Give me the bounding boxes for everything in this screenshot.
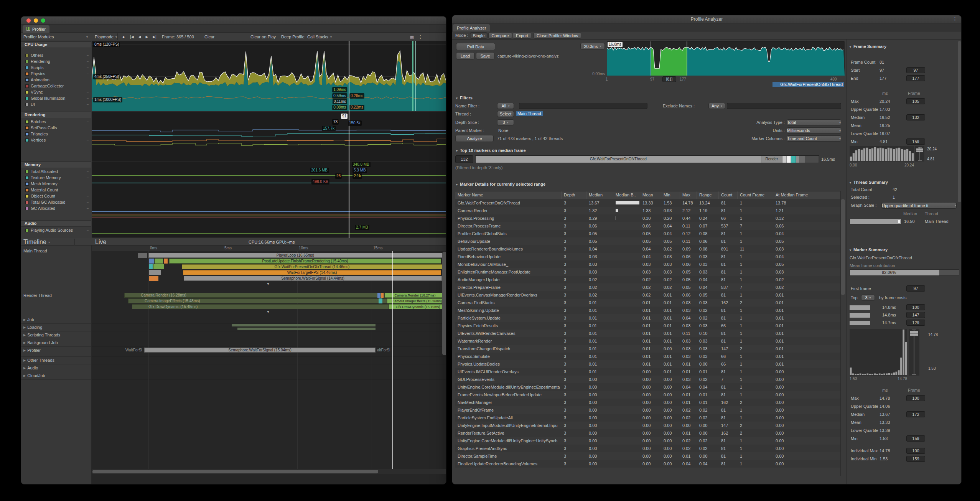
frame-summary-stat-frame-button[interactable]: 105	[906, 98, 925, 104]
timeline-segment[interactable]	[155, 259, 163, 264]
maximize-window-button[interactable]	[41, 18, 45, 23]
pull-data-button[interactable]: Pull Data	[456, 43, 495, 50]
module-item-playing-audio-sources[interactable]: Playing Audio Sources–	[21, 227, 91, 233]
table-row[interactable]: Director.SampleTime30.000.000.000.010.00…	[455, 452, 840, 460]
timeline-bar-postlateupdate-finishframerendering[interactable]: PostLateUpdate.FinishFrameRendering (15.…	[169, 259, 441, 264]
timeline-thread-audio[interactable]: ▶Audio	[23, 366, 38, 370]
module-item-others[interactable]: Others–	[21, 52, 91, 58]
timeline-thread-cloudjob[interactable]: ▶CloudJob	[23, 373, 45, 378]
marker-summary-stat-frame-button[interactable]: 172	[906, 411, 925, 417]
timeline-bar-camera-render[interactable]: Camera.Render (16.27ms)	[385, 293, 445, 298]
marker-summary-stat-frame-button[interactable]: 159	[906, 456, 925, 462]
table-row[interactable]: NavMeshManager30.000.000.000.010.0116220…	[455, 399, 840, 406]
module-header-rendering[interactable]: Rendering	[21, 112, 91, 118]
previous-frame-button[interactable]: ◀	[136, 33, 143, 40]
module-item-texture-memory[interactable]: Texture Memory–	[21, 175, 91, 181]
timeline-bar-thin[interactable]	[232, 324, 376, 326]
module-header-audio[interactable]: Audio	[21, 220, 91, 227]
column-header-count-frame[interactable]: Count Frame	[738, 191, 773, 199]
first-frame-button[interactable]: 97	[906, 285, 925, 292]
timeline-thread-render-thread[interactable]: Render Thread	[23, 293, 52, 298]
load-button[interactable]: Load	[456, 52, 474, 59]
module-item-scripts[interactable]: Scripts–	[21, 64, 91, 71]
table-row[interactable]: FixedBehaviourUpdate30.030.040.030.060.0…	[455, 253, 840, 260]
module-item-garbagecollector[interactable]: GarbageCollector–	[21, 83, 91, 89]
first-frame-button[interactable]: |◀	[128, 33, 136, 40]
top10-segment[interactable]	[791, 156, 796, 163]
timeline-thread-loading[interactable]: ▶Loading	[23, 325, 42, 330]
cpu-usage-chart[interactable]: 8ms (120FPS)4ms (250FPS)1ms (1000FPS)1.0…	[92, 41, 446, 112]
table-row[interactable]: UnityEngine.InputModule.dll!UnityEngineI…	[455, 422, 840, 429]
analyzer-titlebar[interactable]: Profile Analyzer ⋮	[452, 15, 961, 23]
name-filter-mode-dropdown[interactable]: All▾	[497, 103, 514, 109]
clear-on-play-toggle[interactable]: Clear on Play	[248, 33, 278, 40]
profiler-modules-dropdown[interactable]: Profiler Modules ▾	[21, 33, 91, 40]
marker-summary-stat-frame-button[interactable]: 100	[906, 395, 925, 401]
timeline-bar-playerloop[interactable]: PlayerLoop (16.65ms)	[148, 253, 442, 258]
table-row[interactable]: Director.PrepareFrame30.020.020.020.050.…	[455, 283, 840, 291]
module-item-total-allocated[interactable]: Total Allocated–	[21, 168, 91, 175]
mode-button-export[interactable]: Export	[513, 32, 531, 39]
cost-frame-button[interactable]: 129	[906, 320, 925, 326]
timeline-segment[interactable]	[149, 276, 158, 281]
context-menu-button[interactable]: ⋮	[417, 33, 424, 40]
module-item-batches[interactable]: Batches–	[21, 119, 91, 125]
table-row[interactable]: Physics.Simulate30.010.010.010.030.03661…	[455, 353, 840, 360]
top10-segment[interactable]	[787, 156, 791, 163]
timeline-segment[interactable]	[138, 253, 147, 258]
timeline-bar-semaphore[interactable]: Semaphore.WaitForSignal (15.04ms)	[144, 348, 376, 353]
module-header-cpu-usage[interactable]: CPU Usage	[21, 41, 91, 48]
timeline-ruler[interactable]	[92, 246, 446, 251]
module-item-material-count[interactable]: Material Count–	[21, 187, 91, 193]
column-header-at-median-frame[interactable]: At Median Frame	[773, 191, 841, 199]
thread-median-bar[interactable]	[850, 219, 901, 224]
module-item-physics[interactable]: Physics–	[21, 71, 91, 77]
name-filter-input[interactable]	[519, 103, 647, 109]
timeline-bar-thin[interactable]	[237, 328, 376, 330]
selected-thread-value[interactable]: Main Thread	[516, 111, 543, 116]
table-row[interactable]: BehaviourUpdate30.050.050.050.110.068110…	[455, 237, 840, 245]
frame-summary-stat-frame-button[interactable]: 132	[906, 114, 925, 120]
cost-frame-button[interactable]: 100	[906, 304, 925, 310]
timeline-bar-camera-imageeffects[interactable]: Camera.ImageEffects (15.26ms)	[387, 298, 446, 303]
analyze-button[interactable]: Analyze	[455, 135, 494, 142]
mode-button-compare[interactable]: Compare	[488, 32, 512, 39]
tab-profile-analyzer[interactable]: Profile Analyzer	[453, 24, 490, 31]
module-item-total-gc-allocated[interactable]: Total GC Allocated–	[21, 199, 91, 205]
record-button[interactable]: ●	[120, 33, 127, 40]
table-row[interactable]: UIEvents.CanvasManagerRenderOverlays30.0…	[455, 291, 840, 299]
module-item-animation[interactable]: Animation–	[21, 77, 91, 83]
column-header-count[interactable]: Count	[719, 191, 738, 199]
thread-summary-header[interactable]: ▼Thread Summary	[849, 180, 888, 185]
timeline-playhead[interactable]	[392, 251, 393, 469]
table-row[interactable]: Physics.Processing30.290.300.200.440.246…	[455, 214, 840, 222]
start-frame-button[interactable]: 97	[906, 67, 925, 73]
minimize-window-button[interactable]	[34, 18, 38, 23]
top10-segment[interactable]	[782, 156, 787, 163]
mode-button-single[interactable]: Single	[470, 32, 488, 39]
timeline-thread-other-threads[interactable]: ▶Other Threads	[23, 358, 54, 363]
top10-segment[interactable]	[796, 156, 799, 163]
top10-segment[interactable]	[799, 156, 805, 163]
module-item-object-count[interactable]: Object Count–	[21, 193, 91, 199]
table-row[interactable]: MeshSkinning.Update30.010.010.010.030.02…	[455, 307, 840, 314]
table-row[interactable]: RenderTexture.SetActive30.000.000.000.01…	[455, 429, 840, 437]
timeline-segment[interactable]	[164, 259, 168, 264]
table-row[interactable]: Physics.FetchResults30.010.010.010.030.0…	[455, 322, 840, 330]
table-row[interactable]: ParticleSystem.Update30.010.010.010.040.…	[455, 314, 840, 322]
tab-profiler[interactable]: Profiler	[23, 25, 49, 33]
table-row[interactable]: WatermarkRender30.010.010.010.030.038110…	[455, 337, 840, 345]
marker-columns-dropdown[interactable]: Time and Count▾	[787, 135, 841, 142]
table-row[interactable]: GUI.ProcessEvents30.000.000.000.030.0271…	[455, 376, 840, 383]
module-item-vertices[interactable]: Vertices–	[21, 137, 91, 143]
exclude-mode-dropdown[interactable]: Any▾	[708, 103, 725, 109]
audio-chart[interactable]: 2.7 MB	[92, 220, 446, 238]
marker-summary-stat-frame-button[interactable]: 159	[906, 435, 925, 442]
table-row[interactable]: Graphics.PresentAndSync30.000.000.000.02…	[455, 445, 840, 452]
table-scrollbar[interactable]	[841, 199, 845, 295]
timeline-bar-dim[interactable]: Camera.ImageEffects (15.48ms)	[128, 298, 387, 303]
top10-segment[interactable]	[805, 156, 819, 163]
fold-arrow-icon[interactable]: ▼	[267, 310, 270, 314]
timeline-segment[interactable]	[149, 259, 154, 264]
timeline-thread-background-job[interactable]: ▶Background Job	[23, 340, 58, 345]
